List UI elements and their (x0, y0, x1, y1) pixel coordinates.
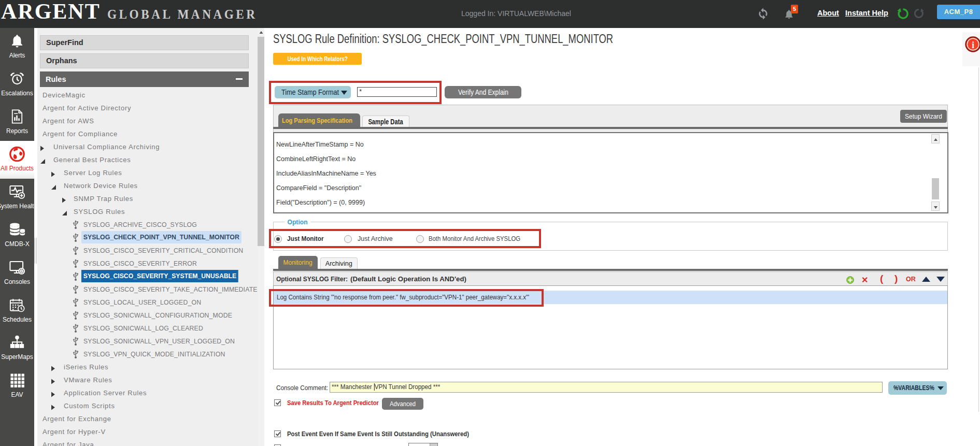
svg-text:i: i (972, 40, 974, 50)
